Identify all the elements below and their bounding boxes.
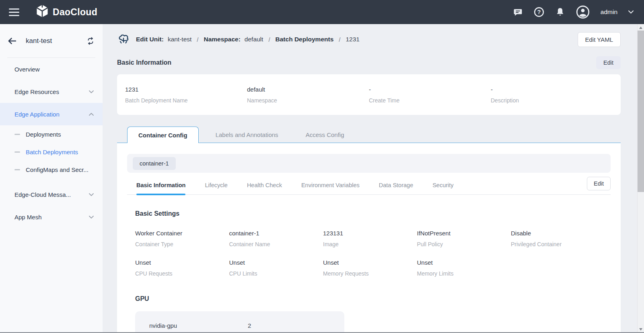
sidebar-item-label: Edge-Cloud Messa... — [14, 191, 71, 198]
field-label: Memory Limits — [417, 270, 511, 277]
daocloud-logo[interactable]: DaoCloud — [36, 5, 97, 19]
sidebar-item-batch-deployments[interactable]: Batch Deployments — [0, 143, 103, 161]
user-menu-chevron-icon[interactable] — [628, 10, 634, 14]
field-value: Unset — [417, 259, 511, 266]
field-label: Description — [491, 97, 613, 104]
daocloud-cube-icon — [36, 5, 48, 19]
field-label: CPU Limits — [229, 270, 323, 277]
chevron-down-icon — [89, 90, 94, 93]
tab-access-config[interactable]: Access Config — [295, 127, 355, 143]
dash-icon — [14, 169, 20, 170]
edit-container-button[interactable]: Edit — [587, 177, 611, 190]
sidebar-item-configmaps-secrets[interactable]: ConfigMaps and Secr... — [0, 161, 103, 178]
basic-settings-row-1: Worker Container Container Type containe… — [135, 230, 611, 247]
scrollbar-down-arrow-icon[interactable] — [639, 328, 642, 331]
workspace-title: kant-test — [26, 37, 52, 45]
sidebar-item-deployments[interactable]: Deployments — [0, 125, 103, 143]
subtab-environment-variables[interactable]: Environment Variables — [301, 176, 360, 195]
chevron-down-icon — [89, 193, 94, 196]
field-pull-policy: IfNotPresent Pull Policy — [417, 230, 511, 247]
sidebar-item-edge-resources[interactable]: Edge Resources — [0, 80, 103, 103]
breadcrumb-unit-name[interactable]: kant-test — [168, 36, 191, 43]
back-arrow-icon[interactable] — [8, 37, 16, 45]
scrollbar-thumb[interactable] — [638, 31, 644, 192]
basic-settings-row-2: Unset CPU Requests Unset CPU Limits Unse… — [135, 259, 611, 277]
sidebar-item-label: Overview — [14, 66, 40, 73]
sidebar-item-overview[interactable]: Overview — [0, 58, 103, 80]
messages-icon[interactable] — [513, 7, 523, 17]
sidebar-item-label: Edge Application — [14, 111, 60, 118]
container-selector-strip: container-1 — [127, 154, 611, 173]
field-value: default — [247, 86, 369, 93]
breadcrumb-separator: / — [268, 36, 270, 43]
notifications-bell-icon[interactable] — [555, 7, 565, 17]
field-label: Privileged Container — [511, 241, 605, 247]
field-label: Namespace — [247, 97, 369, 104]
main-content: Edit Unit: kant-test / Namespace: defaul… — [103, 24, 644, 333]
sidebar-item-label: Deployments — [26, 131, 61, 138]
subtab-basic-information[interactable]: Basic Information — [136, 176, 185, 195]
sidebar-item-app-mesh[interactable]: App Mesh — [0, 206, 103, 228]
chevron-down-icon — [89, 216, 94, 219]
sidebar-item-edge-application[interactable]: Edge Application — [0, 103, 103, 125]
subtab-health-check[interactable]: Health Check — [247, 176, 282, 195]
container-subtabs: Basic Information Lifecycle Health Check… — [127, 176, 611, 195]
container-chip[interactable]: container-1 — [133, 157, 176, 170]
sidebar-item-label: Batch Deployments — [26, 149, 78, 155]
sidebar-header: kant-test — [0, 24, 103, 58]
field-value: IfNotPresent — [417, 230, 511, 237]
field-namespace: default Namespace — [247, 86, 369, 104]
sidebar-item-label: ConfigMaps and Secr... — [26, 166, 88, 173]
field-label: CPU Requests — [135, 270, 229, 277]
field-value: - — [491, 86, 613, 93]
field-cpu-requests: Unset CPU Requests — [135, 259, 229, 277]
tab-labels-and-annotations[interactable]: Labels and Annotations — [205, 127, 289, 143]
hamburger-menu-icon[interactable] — [9, 8, 19, 16]
field-description: - Description — [491, 86, 613, 104]
breadcrumb-item-id: 1231 — [346, 36, 359, 43]
edit-yaml-button[interactable]: Edit YAML — [578, 32, 621, 47]
breadcrumb-separator: / — [197, 36, 198, 43]
tab-container-config[interactable]: Container Config — [127, 127, 199, 143]
daocloud-logo-text: DaoCloud — [53, 7, 97, 18]
breadcrumb-namespace-value[interactable]: default — [245, 36, 263, 43]
field-cpu-limits: Unset CPU Limits — [229, 259, 323, 277]
basic-information-title: Basic Information — [117, 59, 171, 66]
subtab-security[interactable]: Security — [432, 176, 453, 195]
breadcrumb: Edit Unit: kant-test / Namespace: defaul… — [117, 24, 621, 55]
user-avatar[interactable] — [576, 5, 590, 19]
subtab-lifecycle[interactable]: Lifecycle — [205, 176, 227, 195]
breadcrumb-namespace-label: Namespace: — [204, 36, 241, 43]
edit-basic-info-button[interactable]: Edit — [596, 56, 621, 69]
field-label: Container Type — [135, 241, 229, 247]
sidebar: kant-test Overview Edge Resources Edge A… — [0, 24, 103, 333]
switch-workspace-icon[interactable] — [86, 37, 95, 45]
user-name[interactable]: admin — [601, 8, 617, 16]
sidebar-item-edge-cloud-messaging[interactable]: Edge-Cloud Messa... — [0, 183, 103, 206]
field-label: Image — [323, 241, 417, 247]
gpu-value: 2 — [248, 322, 251, 333]
field-container-type: Worker Container Container Type — [135, 230, 229, 247]
field-image: 123131 Image — [323, 230, 417, 247]
field-value: container-1 — [229, 230, 323, 237]
field-value: 1231 — [125, 86, 247, 93]
breadcrumb-section[interactable]: Batch Deployments — [276, 36, 334, 43]
subtab-data-storage[interactable]: Data Storage — [379, 176, 413, 195]
basic-settings-title: Basic Settings — [135, 210, 611, 217]
help-icon[interactable]: ? — [534, 7, 544, 17]
field-value: Disable — [511, 230, 605, 237]
field-privileged-container: Disable Privileged Container — [511, 230, 605, 247]
vertical-scrollbar[interactable] — [637, 24, 644, 333]
gpu-name: nvidia-gpu — [149, 322, 248, 333]
field-batch-deployment-name: 1231 Batch Deployment Name — [125, 86, 247, 104]
container-config-panel: container-1 Basic Information Lifecycle … — [117, 143, 621, 333]
scrollbar-up-arrow-icon[interactable] — [639, 27, 642, 29]
field-memory-requests: Unset Memory Requests — [323, 259, 417, 277]
breadcrumb-separator: / — [339, 36, 340, 43]
field-value: Unset — [135, 259, 229, 266]
field-label: Pull Policy — [417, 241, 511, 247]
basic-information-header: Basic Information Edit — [117, 56, 621, 69]
field-value: 123131 — [323, 230, 417, 237]
svg-text:?: ? — [537, 9, 541, 15]
field-label: Container Name — [229, 241, 323, 247]
